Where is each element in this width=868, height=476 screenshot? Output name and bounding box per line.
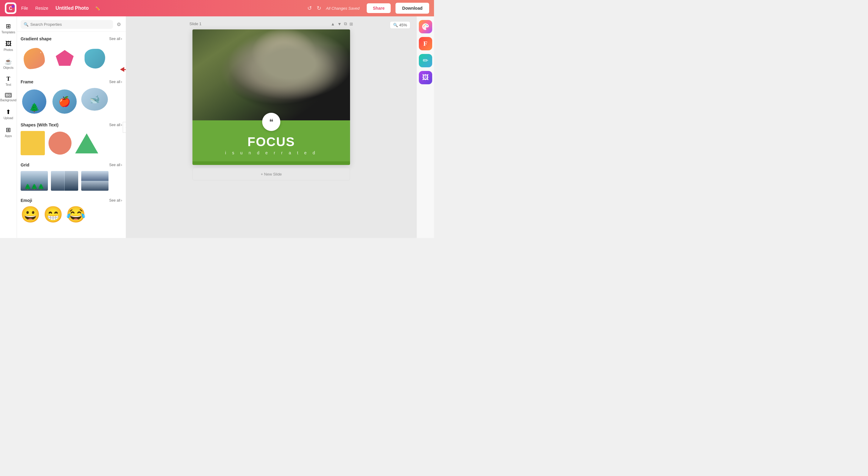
filter-icon[interactable]: ⚙ [116, 20, 122, 29]
sidebar-item-photos[interactable]: 🖼 Photos [1, 38, 16, 54]
sidebar-item-apps[interactable]: ⊞ Apps [1, 124, 16, 140]
app-logo[interactable]: C [5, 2, 17, 14]
grid-title: Grid [21, 162, 29, 167]
edit-title-icon[interactable]: ✏️ [95, 6, 100, 10]
search-icon: 🔍 [24, 22, 29, 27]
frame-items: 🌲 🍎 🐋 [21, 88, 122, 115]
share-button[interactable]: Share [367, 3, 391, 13]
panel-scroll: Gradient shape See all › [17, 32, 126, 238]
see-all-arrow-icon: › [121, 37, 122, 41]
sidebar-icons: ⊞ Templates 🖼 Photos ☕ Objects T Text BG… [0, 17, 17, 238]
emoji-grin[interactable]: 😁 [43, 206, 63, 222]
sidebar-item-templates[interactable]: ⊞ Templates [1, 20, 16, 37]
right-sidebar: F ✏ 🖼 [416, 17, 434, 238]
gradient-shape-blob1[interactable] [21, 45, 48, 72]
search-input-wrap[interactable]: 🔍 [21, 20, 113, 29]
frame-apple-circle[interactable]: 🍎 [53, 89, 77, 114]
app-icon-draw[interactable]: ✏ [419, 54, 432, 67]
templates-icon: ⊞ [6, 23, 11, 30]
gradient-shape-title: Gradient shape [21, 36, 52, 41]
resize-menu[interactable]: Resize [35, 6, 49, 10]
section-shapes-text: Shapes (With Text) See all › [21, 122, 122, 155]
collapse-panel-button[interactable]: ‹ [123, 122, 126, 133]
slide-up-button[interactable]: ▲ [331, 22, 335, 26]
app-icon-image[interactable]: 🖼 [419, 71, 432, 84]
objects-icon: ☕ [4, 58, 12, 65]
section-grid: Grid See all › 🌲🌲🌲 [21, 162, 122, 191]
slide-add-button[interactable]: ⊞ [349, 22, 353, 26]
shape-green-triangle[interactable] [75, 133, 98, 153]
grid-item-3[interactable] [81, 171, 108, 191]
grid-item-1[interactable]: 🌲🌲🌲 [21, 171, 48, 191]
grid-items: 🌲🌲🌲 [21, 171, 122, 191]
sidebar-item-objects[interactable]: ☕ Objects [1, 56, 16, 72]
canvas-green-section: ❝ FOCUS i s u n d e r r a t e d [192, 120, 350, 161]
canvas-slide[interactable]: ❝ FOCUS i s u n d e r r a t e d [192, 29, 350, 165]
templates-label: Templates [1, 31, 16, 34]
shapes-text-items [21, 131, 122, 155]
cat-photo [192, 29, 350, 120]
slide-copy-button[interactable]: ⧉ [344, 21, 347, 26]
svg-point-4 [424, 26, 424, 27]
canvas-green-bar [192, 161, 350, 165]
quote-circle: ❝ [262, 113, 280, 131]
file-menu[interactable]: File [21, 6, 28, 10]
emoji-see-all[interactable]: See all › [109, 198, 122, 203]
frame-see-all[interactable]: See all › [109, 80, 122, 84]
new-slide-button[interactable]: + New Slide [192, 168, 350, 180]
download-button[interactable]: Download [396, 3, 429, 13]
objects-label: Objects [3, 66, 13, 70]
grid-header: Grid See all › [21, 162, 122, 167]
save-status: All Changes Saved [326, 6, 360, 10]
slide-header: Slide 1 ▲ ▼ ⧉ ⊞ [189, 21, 353, 26]
sidebar-item-text[interactable]: T Text [1, 73, 16, 89]
slide-controls: ▲ ▼ ⧉ ⊞ [331, 21, 353, 26]
gradient-shape-header: Gradient shape See all › [21, 36, 122, 41]
grid-see-all[interactable]: See all › [109, 163, 122, 167]
zoom-indicator[interactable]: 🔍 45% [390, 21, 410, 29]
undo-redo-controls: ↺ ↻ [307, 5, 321, 11]
frame-apple-icon: 🍎 [59, 96, 71, 107]
sidebar-item-background[interactable]: BG Background [1, 90, 16, 105]
frame-title: Frame [21, 80, 33, 84]
shape-yellow-rect[interactable] [21, 131, 45, 155]
sidebar-item-upload[interactable]: ⬆ Upload [1, 106, 16, 122]
gradient-shape-see-all[interactable]: See all › [109, 37, 122, 41]
slide-down-button[interactable]: ▼ [337, 22, 342, 26]
emoji-smile[interactable]: 😀 [21, 206, 40, 222]
search-input[interactable] [30, 22, 110, 27]
slide-label: Slide 1 [189, 22, 202, 26]
grid-item-2[interactable] [51, 171, 78, 191]
blob1-shape [24, 48, 45, 69]
topbar-nav: File Resize [21, 6, 48, 10]
redo-button[interactable]: ↻ [317, 5, 321, 11]
svg-point-6 [425, 24, 426, 25]
shapes-text-title: Shapes (With Text) [21, 122, 59, 127]
frame-whale-oval[interactable]: 🐋 [81, 88, 108, 111]
app-icon-font[interactable]: F [419, 37, 432, 50]
document-title[interactable]: Untitled Photo [56, 5, 89, 11]
section-emoji: Emoji See all › 😀 😁 😂 [21, 198, 122, 222]
gradient-shape-teal-blob[interactable] [81, 45, 108, 72]
gradient-shape-pentagon[interactable] [51, 45, 78, 72]
frame-trees-icon: 🌲 [29, 102, 40, 114]
undo-button[interactable]: ↺ [307, 5, 312, 11]
upload-label: Upload [4, 116, 13, 120]
canvas-area: 🔍 45% Slide 1 ▲ ▼ ⧉ ⊞ ❝ FOCUS i s [126, 17, 416, 238]
svg-point-7 [427, 25, 428, 26]
frame-forest-circle[interactable]: 🌲 [22, 89, 46, 114]
frame-whale-icon: 🐋 [89, 94, 100, 104]
svg-marker-3 [56, 50, 74, 66]
text-icon: T [6, 76, 10, 82]
palette-icon [422, 23, 430, 31]
search-bar: 🔍 ⚙ [17, 17, 126, 32]
see-all-frame-arrow-icon: › [121, 80, 122, 84]
app-icon-palette[interactable] [419, 20, 432, 33]
emoji-title: Emoji [21, 198, 32, 203]
shape-pink-circle[interactable] [49, 131, 71, 155]
emoji-cry-laugh[interactable]: 😂 [66, 206, 86, 222]
zoom-level: 45% [399, 23, 407, 27]
shapes-text-see-all[interactable]: See all › [109, 123, 122, 127]
text-label: Text [5, 83, 11, 87]
svg-point-2 [11, 5, 14, 8]
